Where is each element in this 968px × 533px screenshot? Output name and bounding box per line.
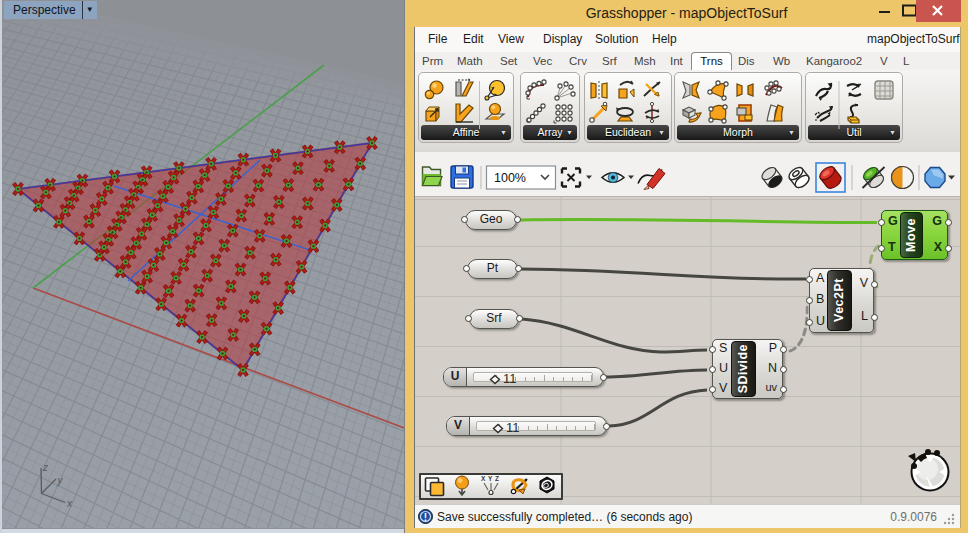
svg-text:X: X <box>481 475 486 482</box>
svg-text:Y: Y <box>488 475 493 482</box>
svg-text:100%: 100% <box>494 171 526 185</box>
svg-text:Z: Z <box>495 475 499 482</box>
svg-text:z: z <box>42 462 48 473</box>
svg-text:!: ! <box>424 512 427 523</box>
svg-text:x: x <box>66 498 73 509</box>
svg-text:y: y <box>57 475 64 486</box>
